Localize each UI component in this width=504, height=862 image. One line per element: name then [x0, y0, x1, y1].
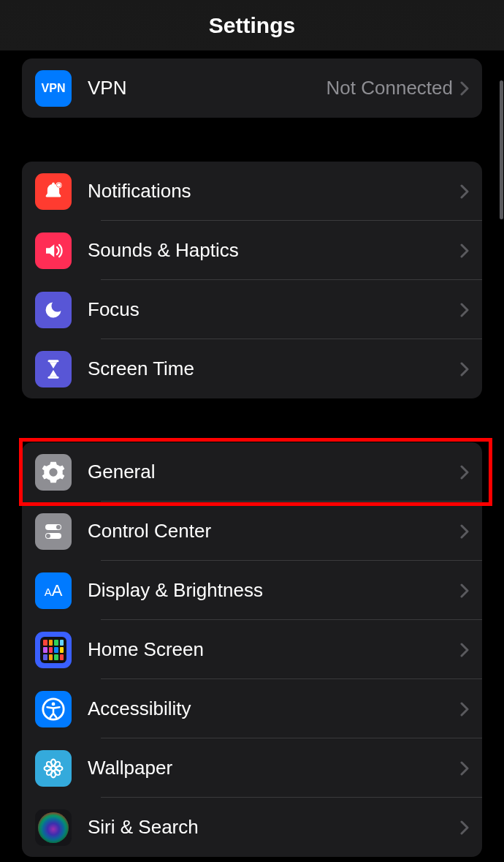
row-home-screen[interactable]: Home Screen — [22, 620, 482, 679]
row-label: Siri & Search — [88, 816, 460, 839]
moon-icon — [35, 292, 72, 328]
chevron-right-icon — [460, 243, 469, 258]
row-label: VPN — [88, 77, 327, 99]
row-accessibility[interactable]: Accessibility — [22, 679, 482, 738]
row-label: Notifications — [88, 180, 460, 203]
settings-content: VPN VPN Not Connected Notifications So — [0, 51, 504, 862]
svg-point-19 — [53, 768, 61, 776]
row-value: Not Connected — [327, 77, 453, 99]
settings-group-general: General Control Center AA Disp — [22, 442, 482, 857]
row-label: Control Center — [88, 520, 460, 542]
vpn-icon: VPN — [35, 70, 72, 107]
siri-icon — [35, 809, 72, 846]
row-label: Wallpaper — [88, 757, 460, 779]
row-control-center[interactable]: Control Center — [22, 502, 482, 561]
speaker-icon — [35, 232, 72, 269]
row-label: Display & Brightness — [88, 579, 460, 602]
text-size-icon: AA — [35, 572, 72, 609]
row-display[interactable]: AA Display & Brightness — [22, 561, 482, 620]
row-screentime[interactable]: Screen Time — [22, 339, 482, 398]
svg-point-10 — [52, 702, 56, 706]
home-grid-icon — [35, 632, 72, 668]
chevron-right-icon — [460, 643, 469, 657]
chevron-right-icon — [460, 303, 469, 317]
row-sounds[interactable]: Sounds & Haptics — [22, 221, 482, 280]
header-bar: Settings — [0, 0, 504, 51]
flower-icon — [35, 750, 72, 787]
chevron-right-icon — [460, 184, 469, 199]
row-label: General — [88, 461, 460, 483]
row-label: Screen Time — [88, 358, 460, 380]
svg-point-8 — [46, 534, 50, 538]
row-general[interactable]: General — [22, 442, 482, 502]
svg-point-17 — [53, 760, 61, 768]
chevron-right-icon — [460, 362, 469, 377]
settings-group-notifications: Notifications Sounds & Haptics Focus — [22, 162, 482, 398]
chevron-right-icon — [460, 465, 469, 480]
chevron-right-icon — [460, 761, 469, 776]
scrollbar[interactable] — [500, 80, 503, 219]
row-label: Sounds & Haptics — [88, 239, 460, 262]
gear-icon — [35, 454, 72, 491]
chevron-right-icon — [460, 583, 469, 598]
page-title: Settings — [209, 13, 295, 38]
hourglass-icon — [35, 351, 72, 387]
svg-point-2 — [57, 183, 61, 186]
row-siri[interactable]: Siri & Search — [22, 798, 482, 857]
row-focus[interactable]: Focus — [22, 280, 482, 339]
settings-group-connectivity: VPN VPN Not Connected — [22, 58, 482, 118]
chevron-right-icon — [460, 820, 469, 835]
row-notifications[interactable]: Notifications — [22, 162, 482, 221]
svg-point-16 — [45, 760, 53, 768]
bell-icon — [35, 173, 72, 210]
toggles-icon — [35, 513, 72, 550]
svg-rect-4 — [48, 376, 59, 378]
row-label: Home Screen — [88, 638, 460, 661]
svg-point-18 — [45, 768, 53, 776]
accessibility-icon — [35, 691, 72, 727]
chevron-right-icon — [460, 81, 469, 96]
row-vpn[interactable]: VPN VPN Not Connected — [22, 58, 482, 118]
chevron-right-icon — [460, 702, 469, 717]
svg-rect-3 — [48, 360, 59, 362]
row-label: Focus — [88, 298, 460, 321]
row-wallpaper[interactable]: Wallpaper — [22, 738, 482, 798]
svg-point-6 — [56, 525, 61, 529]
chevron-right-icon — [460, 524, 469, 539]
row-label: Accessibility — [88, 697, 460, 720]
